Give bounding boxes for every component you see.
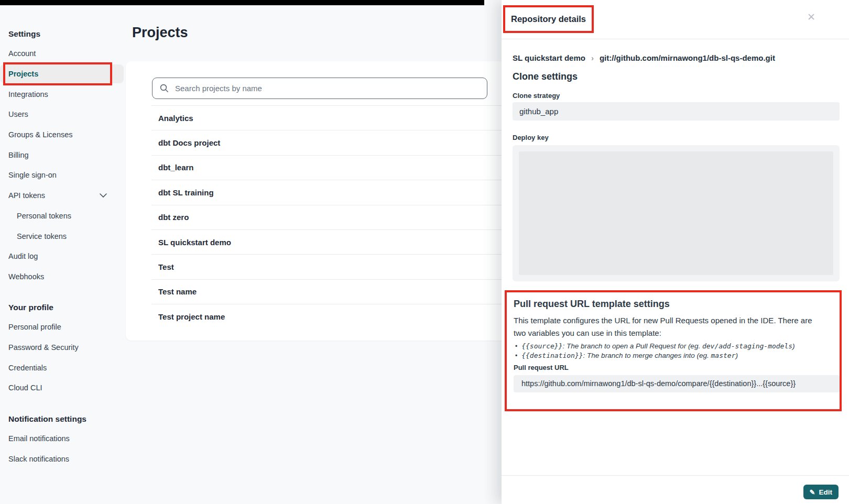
sidebar-nav-settings: Account Projects Integrations Users Grou… [0,43,126,287]
sidebar-title-settings: Settings [8,29,40,39]
panel-title: Repository details [511,14,586,24]
sidebar-title-your-profile: Your profile [8,303,53,312]
breadcrumb-repo-url: git://github.com/mirnawong1/db-sl-qs-dem… [600,53,775,62]
sidebar-item-users[interactable]: Users [0,104,126,125]
app-window: Settings Account Projects Integrations U… [0,0,849,504]
clone-strategy-value: github_app [513,102,840,120]
close-icon[interactable]: ✕ [807,12,815,22]
clone-strategy-label: Clone strategy [513,92,560,100]
search-icon [160,84,169,93]
sidebar-item-billing[interactable]: Billing [0,145,126,165]
pull-request-url-value: https://github.com/mirnawong1/db-sl-qs-d… [514,375,840,392]
pencil-icon: ✎ [810,489,815,496]
project-search [152,78,487,99]
sidebar-item-account[interactable]: Account [0,43,126,64]
sidebar-title-notification-settings: Notification settings [8,414,86,424]
sidebar-item-webhooks[interactable]: Webhooks [0,267,126,287]
sidebar-item-integrations[interactable]: Integrations [0,84,126,104]
bullet-icon: • [515,343,517,350]
pull-request-url-label: Pull request URL [514,364,569,371]
deploy-key-label: Deploy key [513,134,549,141]
annotation-box-pr-template-section: Pull request URL template settings This … [505,290,842,411]
pr-template-description: This template configures the URL for new… [514,314,824,339]
sidebar-item-audit-log[interactable]: Audit log [0,246,126,267]
sidebar-item-personal-profile[interactable]: Personal profile [0,317,126,337]
panel-body: SL quickstart demo › git://github.com/mi… [502,39,849,475]
sidebar-item-projects[interactable]: Projects [0,64,126,84]
deploy-key-field [513,145,840,281]
search-input[interactable] [174,83,480,93]
panel-footer: ✎ Edit [502,475,849,504]
chevron-down-icon [100,193,107,198]
sidebar-nav-notifications: Email notifications Slack notifications [0,429,126,469]
pr-template-heading: Pull request URL template settings [514,299,670,310]
sidebar-item-credentials[interactable]: Credentials [0,357,126,378]
edit-button[interactable]: ✎ Edit [803,485,839,499]
sidebar-item-api-tokens[interactable]: API tokens [0,185,126,206]
clone-settings-heading: Clone settings [513,71,578,82]
settings-sidebar: Settings Account Projects Integrations U… [0,5,126,504]
pr-variable-destination: • {{destination}}: The branch to merge c… [515,352,795,359]
breadcrumb: SL quickstart demo › git://github.com/mi… [513,53,775,62]
sidebar-item-slack-notifications[interactable]: Slack notifications [0,449,126,469]
pr-template-variables: • {{source}}: The branch to open a Pull … [515,342,795,359]
top-black-bar [0,0,484,5]
pr-variable-source: • {{source}}: The branch to open a Pull … [515,342,795,350]
page-title: Projects [132,25,188,41]
sidebar-item-service-tokens[interactable]: Service tokens [0,226,126,246]
sidebar-item-personal-tokens[interactable]: Personal tokens [0,206,126,226]
chevron-right-icon: › [591,53,594,62]
sidebar-item-groups-licenses[interactable]: Groups & Licenses [0,125,126,145]
sidebar-item-cloud-cli[interactable]: Cloud CLI [0,378,126,398]
sidebar-item-password-security[interactable]: Password & Security [0,337,126,358]
repository-details-panel: Repository details ✕ SL quickstart demo … [502,0,849,504]
annotation-box-repository-details: Repository details [503,5,594,33]
breadcrumb-project[interactable]: SL quickstart demo [513,53,585,62]
sidebar-item-email-notifications[interactable]: Email notifications [0,429,126,449]
panel-header: Repository details ✕ [502,0,849,39]
sidebar-item-single-sign-on[interactable]: Single sign-on [0,165,126,185]
deploy-key-redacted-area [519,151,833,275]
sidebar-nav-profile: Personal profile Password & Security Cre… [0,317,126,398]
edit-button-label: Edit [819,488,833,496]
bullet-icon: • [515,352,517,359]
